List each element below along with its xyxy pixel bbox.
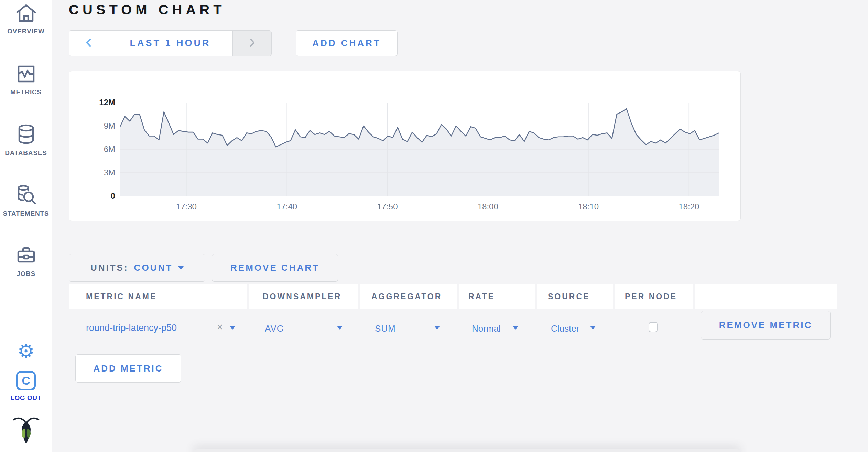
- cockroachdb-bug-logo[interactable]: [11, 415, 41, 447]
- column-header-rate: RATE: [459, 284, 535, 309]
- y-axis-tick-label: 12M: [69, 98, 115, 107]
- column-header-per-node: PER NODE: [615, 284, 693, 309]
- units-value: COUNT: [134, 262, 173, 273]
- rate-chevron-down-icon[interactable]: [513, 326, 518, 330]
- offscreen-panel-shadow: [193, 449, 741, 452]
- sidebar-item-jobs[interactable]: JOBS: [0, 245, 52, 278]
- time-range-selector[interactable]: LAST 1 HOUR: [108, 31, 232, 56]
- database-icon: [15, 123, 37, 146]
- metrics-icon: [15, 63, 37, 85]
- column-header-aggregator: AGGREGATOR: [360, 284, 457, 309]
- clear-metric-x-icon[interactable]: ×: [217, 321, 223, 333]
- sidebar-item-label: DATABASES: [5, 149, 47, 157]
- units-label: UNITS:: [90, 262, 129, 273]
- briefcase-icon: [15, 245, 37, 267]
- y-axis-tick-label: 3M: [69, 168, 115, 177]
- metric-name-chevron-down-icon[interactable]: [230, 326, 235, 330]
- per-node-checkbox[interactable]: [649, 322, 658, 332]
- x-axis-tick-label: 17:30: [166, 202, 207, 212]
- rate-dropdown[interactable]: Normal: [472, 323, 501, 334]
- sidebar-item-metrics[interactable]: METRICS: [0, 63, 52, 96]
- statements-search-icon: [15, 184, 37, 206]
- time-range-widget: LAST 1 HOUR: [69, 30, 272, 56]
- sidebar-item-label: STATEMENTS: [3, 210, 49, 217]
- page-title: CUSTOM CHART: [69, 2, 226, 18]
- chevron-right-icon: [249, 38, 255, 49]
- y-axis-tick-label: 0: [69, 191, 115, 201]
- source-chevron-down-icon[interactable]: [590, 326, 596, 330]
- sidebar-item-statements[interactable]: STATEMENTS: [0, 184, 52, 217]
- column-header-actions: [695, 284, 837, 309]
- column-header-source: SOURCE: [537, 284, 613, 309]
- sidebar-item-overview[interactable]: OVERVIEW: [0, 3, 52, 35]
- x-axis-tick-label: 18:00: [467, 202, 509, 212]
- downsampler-dropdown[interactable]: AVG: [265, 323, 284, 334]
- chart-svg: [120, 103, 719, 196]
- chart-area-fill: [120, 109, 719, 196]
- x-axis-tick-label: 17:50: [367, 202, 408, 212]
- gear-icon[interactable]: ⚙: [0, 342, 52, 361]
- chart-plot-area[interactable]: [120, 103, 719, 196]
- add-chart-button[interactable]: ADD CHART: [296, 30, 398, 56]
- y-axis-tick-label: 6M: [69, 144, 115, 154]
- metric-name-value[interactable]: round-trip-latency-p50: [86, 323, 177, 333]
- sidebar-item-label: METRICS: [10, 88, 42, 96]
- chevron-down-icon: [178, 266, 184, 270]
- x-axis-tick-label: 17:40: [266, 202, 307, 212]
- cockroach-c-logo[interactable]: C: [16, 371, 36, 390]
- remove-metric-button[interactable]: REMOVE METRIC: [701, 311, 831, 340]
- sidebar: OVERVIEW METRICS DATABASES: [0, 0, 52, 452]
- x-axis-tick-label: 18:10: [568, 202, 609, 212]
- downsampler-chevron-down-icon[interactable]: [337, 326, 343, 330]
- chevron-left-icon: [85, 38, 91, 49]
- remove-chart-button[interactable]: REMOVE CHART: [212, 254, 338, 282]
- source-dropdown[interactable]: Cluster: [551, 323, 579, 334]
- units-dropdown[interactable]: UNITS: COUNT: [69, 254, 205, 282]
- column-header-downsampler: DOWNSAMPLER: [249, 284, 358, 309]
- sidebar-item-label: JOBS: [17, 270, 35, 278]
- time-range-next-button[interactable]: [232, 31, 271, 56]
- logo-letter: C: [22, 374, 30, 387]
- aggregator-dropdown[interactable]: SUM: [375, 323, 396, 334]
- y-axis-tick-label: 9M: [69, 121, 115, 131]
- column-header-metric-name: METRIC NAME: [69, 284, 247, 309]
- add-metric-button[interactable]: ADD METRIC: [75, 354, 181, 383]
- aggregator-chevron-down-icon[interactable]: [434, 326, 440, 330]
- chart-card: 12M 9M 6M 3M 0 17:30 17:40 17:50 18:00 1…: [69, 71, 741, 221]
- x-axis-tick-label: 18:20: [668, 202, 709, 212]
- log-out-link[interactable]: LOG OUT: [0, 394, 52, 402]
- sidebar-item-databases[interactable]: DATABASES: [0, 123, 52, 157]
- sidebar-item-label: OVERVIEW: [7, 28, 44, 35]
- time-range-prev-button[interactable]: [69, 31, 108, 56]
- home-icon: [15, 3, 37, 24]
